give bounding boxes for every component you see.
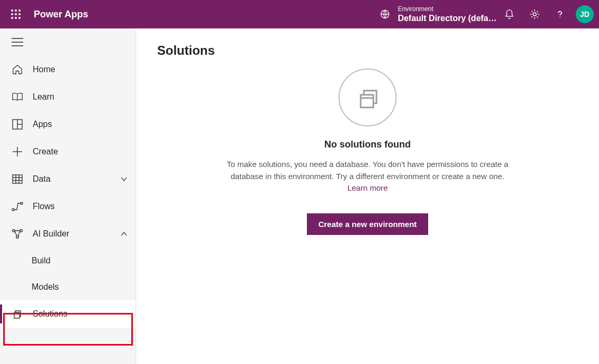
ai-builder-icon bbox=[12, 228, 23, 240]
brand-title: Power Apps bbox=[34, 9, 88, 20]
waffle-launcher-icon[interactable] bbox=[3, 2, 28, 27]
empty-state-description: To make solutions, you need a database. … bbox=[220, 159, 515, 194]
main-content: Solutions No solutions found To make sol… bbox=[136, 28, 599, 364]
user-avatar[interactable]: JD bbox=[576, 5, 594, 23]
hamburger-icon bbox=[12, 38, 23, 48]
table-icon bbox=[12, 173, 23, 185]
sidebar-item-label: Build bbox=[32, 256, 51, 265]
svg-point-7 bbox=[15, 17, 17, 19]
svg-point-29 bbox=[16, 236, 19, 239]
sidebar-item-ai-builder[interactable]: AI Builder bbox=[0, 220, 136, 248]
environment-value: Default Directory (defa… bbox=[398, 13, 497, 23]
chevron-down-icon bbox=[119, 174, 129, 184]
svg-point-1 bbox=[15, 9, 17, 12]
book-icon bbox=[12, 91, 23, 103]
sidebar-item-data[interactable]: Data bbox=[0, 165, 136, 193]
flow-icon bbox=[12, 201, 23, 212]
svg-rect-20 bbox=[13, 175, 22, 183]
empty-state-title: No solutions found bbox=[324, 139, 411, 150]
sidebar-item-label: AI Builder bbox=[33, 229, 109, 239]
sidebar-item-solutions[interactable]: Solutions bbox=[0, 300, 136, 328]
sidebar-item-label: Data bbox=[33, 174, 109, 184]
sidebar-item-create[interactable]: Create bbox=[0, 138, 136, 165]
create-environment-button[interactable]: Create a new environment bbox=[307, 213, 429, 235]
sidebar-item-build[interactable]: Build bbox=[0, 248, 136, 274]
notifications-icon[interactable] bbox=[497, 2, 522, 27]
svg-point-26 bbox=[21, 202, 23, 204]
sidebar: Home Learn Apps Create D bbox=[0, 28, 136, 364]
package-icon bbox=[12, 308, 23, 320]
environment-text: Environment Default Directory (defa… bbox=[398, 5, 497, 23]
sidebar-item-flows[interactable]: Flows bbox=[0, 193, 136, 220]
sidebar-collapse-button[interactable] bbox=[0, 31, 136, 56]
empty-state-icon bbox=[339, 68, 397, 126]
sidebar-item-label: Flows bbox=[33, 202, 129, 211]
sidebar-item-label: Models bbox=[32, 282, 59, 292]
sidebar-item-label: Apps bbox=[33, 120, 129, 129]
svg-point-25 bbox=[12, 209, 14, 211]
sidebar-item-label: Learn bbox=[33, 92, 129, 102]
sidebar-item-label: Create bbox=[33, 147, 129, 156]
svg-point-11 bbox=[559, 17, 561, 18]
sidebar-item-label: Home bbox=[33, 65, 129, 74]
sidebar-item-models[interactable]: Models bbox=[0, 274, 136, 300]
app-header: Power Apps Environment Default Directory… bbox=[0, 0, 599, 28]
environment-picker[interactable]: Environment Default Directory (defa… bbox=[380, 2, 497, 27]
plus-icon bbox=[12, 146, 23, 158]
apps-grid-icon bbox=[12, 119, 23, 130]
empty-state-text: To make solutions, you need a database. … bbox=[227, 160, 508, 181]
settings-gear-icon[interactable] bbox=[522, 2, 547, 27]
environment-label: Environment bbox=[398, 5, 497, 13]
svg-point-3 bbox=[11, 13, 13, 15]
help-icon[interactable] bbox=[547, 2, 573, 27]
home-icon bbox=[12, 64, 23, 75]
avatar-initials: JD bbox=[580, 10, 590, 18]
globe-icon bbox=[380, 2, 390, 27]
learn-more-link[interactable]: Learn more bbox=[347, 183, 388, 192]
chevron-up-icon bbox=[119, 229, 129, 239]
svg-point-2 bbox=[18, 9, 21, 12]
svg-point-5 bbox=[18, 13, 21, 15]
page-title: Solutions bbox=[157, 43, 578, 58]
app-body: Home Learn Apps Create D bbox=[0, 28, 599, 364]
svg-point-4 bbox=[15, 13, 17, 15]
svg-point-10 bbox=[533, 13, 536, 16]
svg-point-6 bbox=[11, 17, 13, 19]
empty-state: No solutions found To make solutions, yo… bbox=[220, 68, 515, 235]
sidebar-item-home[interactable]: Home bbox=[0, 56, 136, 83]
svg-point-8 bbox=[18, 17, 21, 19]
sidebar-item-learn[interactable]: Learn bbox=[0, 83, 136, 111]
svg-point-0 bbox=[11, 9, 13, 12]
sidebar-item-apps[interactable]: Apps bbox=[0, 111, 136, 138]
sidebar-item-label: Solutions bbox=[33, 309, 129, 319]
